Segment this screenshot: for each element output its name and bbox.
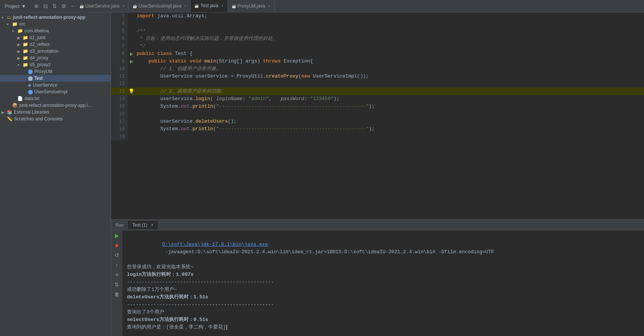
run-arrow-9[interactable]: ▶ xyxy=(130,58,133,65)
line-num-11: 11 xyxy=(111,73,128,80)
tree-label-d1: d1_junit xyxy=(30,35,46,40)
line-num-12: 12 xyxy=(111,80,128,88)
line-content-15: System.out.println("--------------------… xyxy=(135,103,644,110)
console-line-cmd: D:\soft\Java\jdk-17.0.1\bin\java.exe -ja… xyxy=(127,233,639,263)
tree-item-scratches[interactable]: ✏️ Scratches and Consoles xyxy=(0,116,111,122)
tab-close-userservice[interactable]: × xyxy=(122,4,125,8)
line-content-13: // 2、调用用户业务的功能。 xyxy=(135,88,644,95)
console-line-sep2: ----------------------------------------… xyxy=(127,301,639,309)
tree-item-d5[interactable]: ▾ 📁 d5_proxy2 xyxy=(0,61,111,68)
console-rerun-icon[interactable]: ↺ xyxy=(113,251,121,259)
line-content-14: userService.login( loginName: "admin", p… xyxy=(135,95,644,103)
tree-arrow-d1: ▶ xyxy=(17,36,23,40)
tree-arrow-root: ▾ xyxy=(2,15,7,20)
tab-userserviceimpl[interactable]: ☕ UserServiceImpl.java × xyxy=(129,0,191,12)
project-dropdown-arrow: ▼ xyxy=(21,3,26,9)
tree-item-d3[interactable]: ▶ 📁 d3_annotation xyxy=(0,48,111,55)
tab-label-proxyutil: ProxyUtil.java xyxy=(238,3,265,9)
tree-icon-test: ⬤ xyxy=(28,76,33,81)
console-output[interactable]: D:\soft\Java\jdk-17.0.1\bin\java.exe -ja… xyxy=(122,230,644,336)
console-scroll-icon[interactable]: ↕ xyxy=(113,261,121,269)
tree-arrow-com: ▾ xyxy=(12,29,17,33)
tab-userservice[interactable]: ☕ UserService.java × xyxy=(76,0,129,12)
run-arrow-8[interactable]: ▶ xyxy=(130,50,133,58)
code-line-12: 12 xyxy=(111,80,644,88)
code-line-18: 18 System.out.println("-----------------… xyxy=(111,125,644,133)
tree-item-src[interactable]: ▾ 📁 src xyxy=(0,21,111,27)
line-content-10: // 1、创建用户业务对象。 xyxy=(135,65,644,73)
line-gutter-9: ▶ xyxy=(128,58,135,65)
tree-item-d4[interactable]: ▶ 📁 d4_proxy xyxy=(0,55,111,61)
tree-item-external-libs[interactable]: ▶ 📚 External Libraries xyxy=(0,109,111,116)
console-sort-icon[interactable]: ⇅ xyxy=(113,281,121,288)
run-label: Run: xyxy=(113,221,128,229)
tree-item-d2[interactable]: ▶ 📁 d2_reflect xyxy=(0,41,111,48)
tree-icon-src: 📁 xyxy=(12,21,18,27)
tab-close-test[interactable]: × xyxy=(221,4,224,8)
console-settings-icon[interactable]: ≡ xyxy=(113,271,121,278)
line-content-8: public class Test { xyxy=(135,50,644,58)
tab-proxyutil[interactable]: ☕ ProxyUtil.java × xyxy=(228,0,275,12)
tree-label-userserviceimpl: UserServiceImpl xyxy=(34,89,67,94)
line-gutter-13: 💡 xyxy=(128,88,135,95)
tab-icon-userserviceimpl: ☕ xyxy=(133,4,137,8)
tree-item-jar[interactable]: 📦 junit-reflect-annotation-proxy-app.i..… xyxy=(0,102,111,109)
code-line-10: 10 // 1、创建用户业务对象。 xyxy=(111,65,644,73)
line-num-9: 9 xyxy=(111,58,128,65)
tab-bar: Project ▼ ⊕ ⊟ ⇅ ⚙ − ☕ UserService.java ×… xyxy=(0,0,644,12)
line-num-19: 19 xyxy=(111,133,128,140)
line-num-3: 3 xyxy=(111,12,128,20)
line-content-18: System.out.println("--------------------… xyxy=(135,125,644,133)
tree-item-proxyutil[interactable]: ⬤ ProxyUtil xyxy=(0,68,111,75)
tree-icon-d4: 📁 xyxy=(23,55,28,61)
project-dropdown[interactable]: Project ▼ xyxy=(2,2,29,11)
bottom-content: ▶ ■ ↺ ↕ ≡ ⇅ 🗑 D:\soft\Java\jdk-17.0.1\bi… xyxy=(111,230,644,336)
tree-item-userserviceimpl[interactable]: ⬤ UserServiceImpl xyxy=(0,88,111,95)
console-stop-icon[interactable]: ■ xyxy=(113,242,121,249)
toolbar-icon-2[interactable]: ⊟ xyxy=(42,2,49,10)
tree-item-userservice[interactable]: ◆ UserService xyxy=(0,82,111,88)
tree-item-test[interactable]: ⬤ Test xyxy=(0,75,111,82)
toolbar-icons: ⊕ ⊟ ⇅ ⚙ − xyxy=(33,2,75,10)
tab-test[interactable]: ☕ Test.java × xyxy=(191,0,227,12)
line-content-3: import java.util.Arrays; xyxy=(135,12,644,20)
toolbar-icon-close[interactable]: − xyxy=(69,2,75,10)
tree-label-src: src xyxy=(19,21,25,27)
line-num-10: 10 xyxy=(111,65,128,73)
toolbar-icon-1[interactable]: ⊕ xyxy=(33,2,40,10)
console-line-login-success: 您登录成功，欢迎光临本系统~ xyxy=(127,263,639,271)
code-lines: 3 import java.util.Arrays; 4 5 /** xyxy=(111,12,644,140)
bottom-tab-test[interactable]: Test (1) × xyxy=(128,221,158,229)
console-gutter: ▶ ■ ↺ ↕ ≡ ⇅ 🗑 xyxy=(111,230,122,336)
tree-icon-proxyutil: ⬤ xyxy=(28,69,33,74)
console-trash-icon[interactable]: 🗑 xyxy=(113,290,121,298)
tab-close-proxyutil[interactable]: × xyxy=(268,4,270,8)
tab-label-userserviceimpl: UserServiceImpl.java xyxy=(139,3,181,9)
line-num-17: 17 xyxy=(111,118,128,125)
code-line-14: 14 userService.login( loginName: "admin"… xyxy=(111,95,644,103)
line-content-6: * 目标：使用动态代理解决实际问题，并掌握使用代理的好处。 xyxy=(135,35,644,43)
console-line-delete-success: 成功删除了1万个用户~ xyxy=(127,286,639,293)
line-num-4: 4 xyxy=(111,20,128,27)
tree-arrow-src: ▾ xyxy=(7,22,12,26)
toolbar-icon-settings[interactable]: ⚙ xyxy=(60,2,68,10)
bottom-tab-close[interactable]: × xyxy=(151,222,154,228)
tab-close-userserviceimpl[interactable]: × xyxy=(184,4,186,8)
line-num-8: 8 xyxy=(111,50,128,58)
code-editor[interactable]: 3 import java.util.Arrays; 4 5 /** xyxy=(111,12,644,219)
java-exe-link[interactable]: D:\soft\Java\jdk-17.0.1\bin\java.exe xyxy=(162,242,268,247)
tree-item-datatxt[interactable]: 📄 data.txt xyxy=(0,95,111,102)
tab-icon-proxyutil: ☕ xyxy=(232,4,236,8)
console-line-sep1: ----------------------------------------… xyxy=(127,278,639,286)
console-run-icon[interactable]: ▶ xyxy=(113,232,121,239)
line-gutter-8: ▶ xyxy=(128,50,135,58)
tree-icon-external-libs: 📚 xyxy=(7,109,12,115)
tab-label-userservice: UserService.java xyxy=(85,3,120,9)
tree-item-d1[interactable]: ▶ 📁 d1_junit xyxy=(0,34,111,41)
tree-icon-jar: 📦 xyxy=(12,103,18,108)
toolbar-icon-3[interactable]: ⇅ xyxy=(51,2,58,10)
tree-icon-datatxt: 📄 xyxy=(17,96,23,101)
tree-item-root[interactable]: ▾ 🗂 junit-reflect-annotation-proxy-app xyxy=(0,14,111,21)
lightbulb-icon-13[interactable]: 💡 xyxy=(128,88,134,95)
tree-item-com[interactable]: ▾ 📁 com.itheima xyxy=(0,27,111,34)
